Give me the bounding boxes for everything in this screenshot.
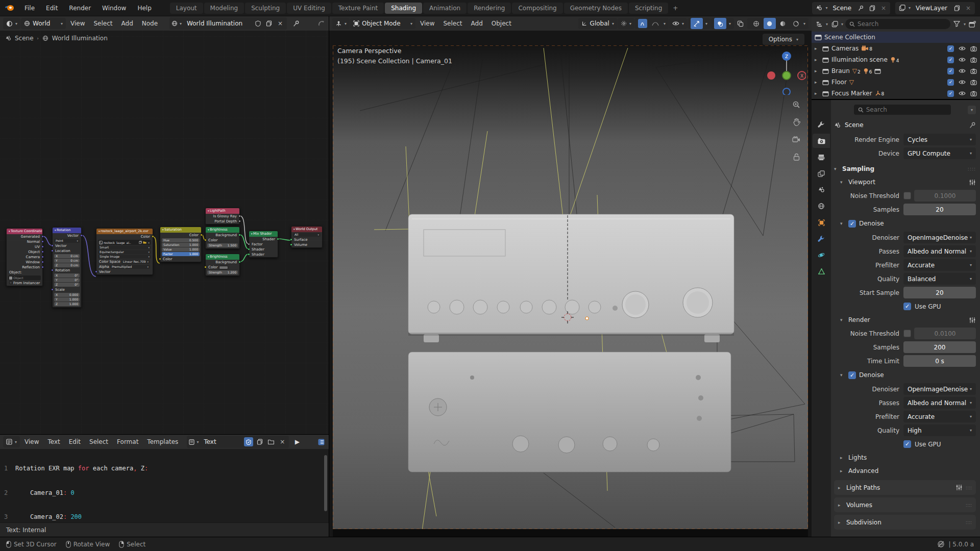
panel-advanced[interactable]: ▸Advanced [834, 464, 976, 478]
menu-view[interactable]: View [416, 18, 438, 29]
close-icon[interactable]: × [148, 241, 150, 244]
outliner-search[interactable] [845, 19, 950, 29]
samples-value[interactable]: 200 [903, 341, 976, 353]
hide-eye-icon[interactable] [959, 57, 966, 62]
options-button[interactable]: Options▾ [763, 34, 804, 45]
shading-solid-toggle[interactable] [764, 18, 776, 29]
output-socket[interactable] [277, 238, 279, 240]
amplifier-top[interactable] [408, 214, 734, 342]
collection-name[interactable]: Cameras [831, 45, 859, 52]
close-icon[interactable]: × [964, 4, 973, 13]
menu-text[interactable]: Text [44, 437, 64, 447]
tab-output[interactable] [813, 150, 830, 164]
collection-name[interactable]: Scene Collection [824, 34, 875, 41]
snap-hook-icon[interactable] [316, 19, 326, 28]
mapping-type-dropdown[interactable]: Point▾ [54, 239, 80, 243]
panel-grip-icon[interactable]: :::: [966, 520, 972, 525]
render-visibility-camera-icon[interactable] [970, 68, 977, 74]
snapping-dropdown[interactable]: ▾ [618, 18, 634, 29]
register-shield-toggle[interactable] [244, 437, 253, 446]
disclosure-icon[interactable]: ▸ [815, 80, 820, 85]
panel-light-paths[interactable]: ▸Light Paths :::: [834, 480, 976, 495]
value-slider[interactable]: Value1.000 [162, 247, 200, 252]
start-sample-value[interactable]: 20 [903, 287, 976, 298]
collection-name[interactable]: Illumination scene [831, 56, 888, 63]
proportional-editing-icon[interactable] [638, 19, 647, 28]
navigation-gizmo[interactable]: Z X [767, 49, 806, 95]
menu-window[interactable]: Window [97, 3, 131, 13]
output-socket[interactable] [238, 234, 241, 236]
close-icon[interactable]: × [278, 437, 287, 446]
quality-dropdown[interactable]: Balanced▾ [903, 273, 976, 285]
scrollbar[interactable] [324, 455, 327, 511]
checkbox[interactable] [9, 281, 12, 284]
blender-logo-icon[interactable] [5, 4, 15, 12]
node-world-output[interactable]: World Output All▾ Surface Volume [291, 226, 323, 248]
text-datablock-name[interactable]: Text [201, 438, 242, 445]
disclosure-icon[interactable]: ▸ [815, 46, 820, 51]
menu-add[interactable]: Add [117, 18, 137, 29]
panel-sampling[interactable]: ▾Sampling :::: [834, 162, 976, 176]
show-overlays-toggle[interactable] [714, 18, 726, 29]
folder-icon[interactable] [143, 241, 146, 244]
tab-scene[interactable] [813, 183, 830, 197]
rotation-y[interactable]: Y0° [54, 278, 80, 282]
outliner[interactable]: ▾ ▾ ▾ Scene Collection ▸ Cameras 8 ✓ [812, 16, 980, 100]
nav-back-icon[interactable] [834, 105, 843, 114]
node-background-brightness-top[interactable]: Brightness Background Color Strength1.50… [205, 227, 240, 249]
menu-node[interactable]: Node [138, 18, 162, 29]
menu-select[interactable]: Select [90, 18, 117, 29]
presets-icon[interactable] [969, 317, 976, 323]
device-dropdown[interactable]: GPU Compute▾ [903, 147, 976, 159]
output-socket[interactable] [80, 234, 83, 237]
line-numbers-toggle-icon[interactable] [316, 437, 326, 446]
passes-dropdown[interactable]: Albedo and Normal▾ [903, 245, 976, 257]
input-socket[interactable] [204, 239, 207, 241]
node-light-path[interactable]: LightPath Is Glossy Ray Portal Depth [205, 208, 240, 224]
output-socket[interactable] [200, 234, 203, 236]
collection-name[interactable]: Braun [831, 67, 850, 74]
hide-eye-icon[interactable] [959, 68, 966, 73]
node-title[interactable]: LightPath [206, 208, 239, 214]
prefilter-dropdown[interactable]: Accurate▾ [903, 411, 976, 422]
node-title[interactable]: Brightness [206, 254, 239, 260]
tab-geometry-nodes[interactable]: Geometry Nodes [564, 3, 628, 14]
input-socket[interactable] [51, 288, 54, 291]
exclude-checkbox[interactable]: ✓ [947, 68, 954, 74]
input-socket[interactable] [204, 266, 207, 268]
zoom-button[interactable] [790, 98, 803, 111]
tab-texture-paint[interactable]: Texture Paint [332, 3, 384, 14]
tab-render[interactable] [813, 134, 830, 148]
menu-select[interactable]: Select [439, 18, 467, 29]
panel-volumes[interactable]: ▸Volumes :::: [834, 497, 976, 512]
tab-uv-editing[interactable]: UV Editing [287, 3, 331, 14]
panel-sampling-viewport[interactable]: ▾Viewport [834, 176, 976, 189]
hide-eye-icon[interactable] [959, 46, 966, 51]
search-input[interactable] [866, 106, 947, 113]
pin-icon[interactable] [856, 4, 866, 13]
node-title[interactable]: Saturation [160, 227, 201, 233]
node-background-brightness-bottom[interactable]: Brightness Background Color Strength1.20… [205, 254, 240, 276]
chevron-down-icon[interactable]: ▾ [826, 22, 828, 27]
fake-user-shield-icon[interactable] [253, 19, 262, 28]
viewlayer-name[interactable]: ViewLayer [913, 5, 950, 12]
output-socket[interactable] [152, 235, 154, 238]
source-dropdown[interactable]: Single Image▾ [98, 255, 151, 259]
world-datablock-name[interactable]: World Illumination [184, 20, 251, 27]
time-limit-value[interactable]: 0 s [903, 355, 976, 367]
render-visibility-camera-icon[interactable] [970, 80, 977, 85]
outliner-row-illumination-scene[interactable]: ▸ Illumination scene 4 ✓ [812, 54, 980, 65]
scale-x[interactable]: X0.000 [54, 293, 80, 297]
node-texture-coordinate[interactable]: Texture Coordinate Generated Normal UV O… [6, 228, 43, 286]
render-visibility-camera-icon[interactable] [970, 46, 977, 52]
chevron-down-icon[interactable]: ▾ [909, 6, 911, 10]
output-socket[interactable] [41, 251, 44, 253]
close-icon[interactable]: × [879, 4, 888, 13]
shading-wireframe-toggle[interactable] [750, 18, 763, 29]
node-title[interactable]: World Output [291, 227, 322, 232]
location-z[interactable]: Z0 cm [54, 263, 80, 267]
exclude-checkbox[interactable]: ✓ [947, 45, 954, 52]
menu-edit[interactable]: Edit [41, 3, 63, 13]
output-socket[interactable] [41, 261, 44, 263]
strength-slider[interactable]: Strength1.500 [207, 243, 238, 247]
